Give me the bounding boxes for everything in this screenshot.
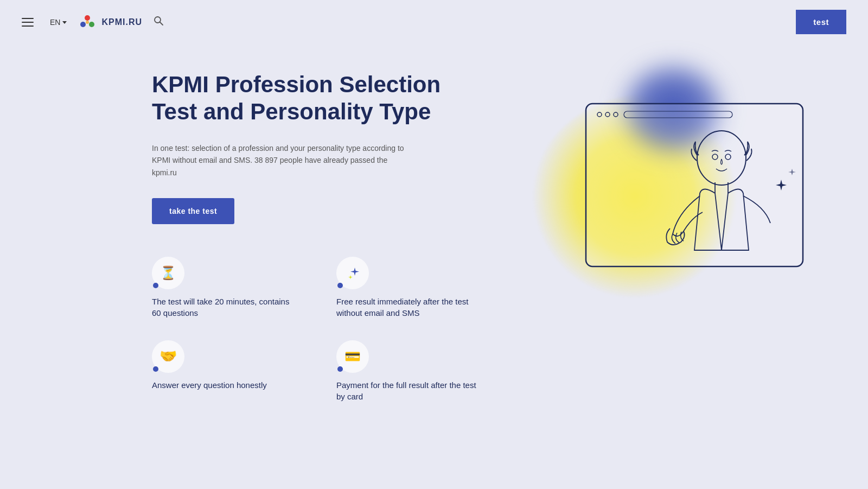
feature-dot [337, 283, 343, 288]
nav-test-button[interactable]: test [796, 10, 846, 34]
language-selector[interactable]: EN [50, 18, 67, 27]
features-grid: ⏳ The test will take 20 minutes, contain… [152, 257, 477, 402]
feature-item: 🤝 Answer every question honestly [152, 340, 293, 402]
chevron-down-icon [62, 21, 67, 24]
feature-item: 💳 Payment for the full result after the … [336, 340, 477, 402]
svg-rect-6 [586, 104, 803, 266]
svg-point-13 [725, 154, 731, 160]
sparkle-icon [343, 263, 362, 283]
hourglass-icon: ⏳ [160, 265, 176, 281]
lang-label: EN [50, 18, 60, 27]
feature-icon-card: 💳 [336, 340, 369, 373]
feature-text-honest: Answer every question honestly [152, 379, 293, 391]
hero-section: KPMI Profession Selection Test and Perso… [0, 44, 868, 402]
brand-name: KPMI.RU [101, 17, 142, 27]
svg-point-11 [697, 131, 746, 185]
feature-icon-honest: 🤝 [152, 340, 184, 373]
svg-point-0 [85, 15, 90, 21]
svg-point-1 [80, 22, 86, 27]
feature-dot [153, 283, 158, 288]
search-icon[interactable] [153, 15, 164, 29]
svg-line-5 [160, 22, 163, 26]
svg-point-12 [712, 154, 718, 160]
feature-item: ⏳ The test will take 20 minutes, contain… [152, 257, 293, 319]
svg-point-2 [89, 22, 94, 27]
feature-dot [337, 366, 343, 372]
feature-icon-time: ⏳ [152, 257, 184, 289]
hamburger-menu[interactable] [22, 18, 34, 27]
logo-link[interactable]: KPMI.RU [78, 12, 142, 32]
hero-subtitle: In one test: selection of a profession a… [152, 142, 412, 179]
svg-point-3 [86, 21, 89, 24]
feature-text-free: Free result immediately after the test w… [336, 296, 477, 319]
svg-point-7 [597, 112, 602, 117]
svg-point-8 [605, 112, 610, 117]
character-illustration [553, 71, 825, 370]
blob-yellow [532, 93, 738, 299]
feature-text-payment: Payment for the full result after the te… [336, 379, 477, 402]
hero-cta-button[interactable]: take the test [152, 198, 234, 224]
feature-icon-sparkle [336, 257, 369, 289]
feature-dot [153, 366, 158, 372]
blob-blue [618, 60, 727, 158]
svg-point-9 [614, 112, 618, 117]
feature-text-time: The test will take 20 minutes, contains … [152, 296, 293, 319]
navbar: EN KPMI.RU test [0, 0, 868, 44]
feature-item: Free result immediately after the test w… [336, 257, 477, 319]
hero-content: KPMI Profession Selection Test and Perso… [152, 66, 477, 402]
svg-rect-10 [624, 111, 732, 118]
logo-icon [78, 12, 97, 32]
hero-title: KPMI Profession Selection Test and Perso… [152, 71, 477, 126]
handshake-icon: 🤝 [159, 348, 177, 365]
card-icon: 💳 [344, 349, 361, 364]
hero-illustration [488, 28, 868, 408]
